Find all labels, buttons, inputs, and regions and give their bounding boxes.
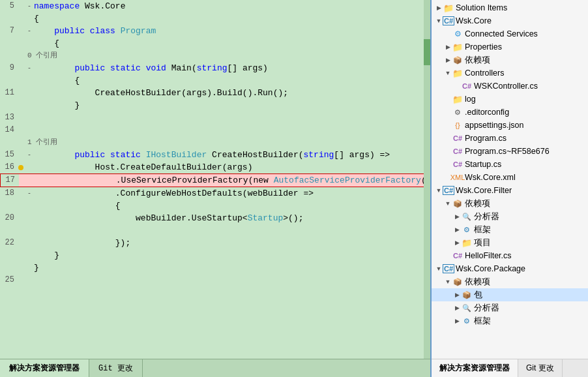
tree-item-label: Wsk.Core <box>456 16 492 25</box>
tree-item-editorconfig[interactable]: ⚙.editorconfig <box>432 106 588 119</box>
code-text <box>34 224 428 237</box>
code-line: 20 webBuilder.UseStartup<Startup>(); <box>0 212 430 224</box>
tree-item-wsk-core[interactable]: C#Wsk.Core <box>432 14 588 27</box>
tree-item-wsk-core-xml[interactable]: XMLWsk.Core.xml <box>432 171 588 184</box>
cs-icon: C# <box>452 133 463 143</box>
solution-tree[interactable]: 📁Solution ItemsC#Wsk.Core⚙Connected Serv… <box>432 0 588 359</box>
expand-button[interactable]: - <box>25 0 34 12</box>
tree-arrow[interactable] <box>434 5 443 11</box>
code-text: public static IHostBuilder CreateHostBui… <box>34 149 428 161</box>
tree-item-wsk-controller[interactable]: C#WSKController.cs <box>432 80 588 93</box>
tree-item-filter-framework[interactable]: ⚙框架 <box>432 223 588 236</box>
tree-arrow[interactable] <box>443 279 452 285</box>
bottom-tab[interactable]: 解决方案资源管理器 <box>0 359 89 377</box>
code-text: }); <box>34 237 428 249</box>
tree-arrow[interactable] <box>452 239 462 246</box>
code-text <box>34 112 428 124</box>
line-number: 15 <box>0 149 18 161</box>
tree-item-label: WSKController.cs <box>474 82 538 91</box>
code-text: } <box>34 249 428 262</box>
dep-icon: 📦 <box>452 55 463 65</box>
code-editor[interactable]: 5-namespace Wsk.Core{7- public class Pro… <box>0 0 430 359</box>
tree-item-filter-analyzer[interactable]: 🔍分析器 <box>432 210 588 223</box>
tree-item-package-pkg[interactable]: 📦包 <box>432 288 588 301</box>
analyzer-icon: 🔍 <box>462 211 472 222</box>
tree-arrow[interactable] <box>443 200 452 207</box>
tree-arrow[interactable] <box>434 187 443 194</box>
tree-item-label: 框架 <box>474 224 491 235</box>
tree-item-hello-filter[interactable]: C#HelloFilter.cs <box>432 249 588 262</box>
solution-footer-tab[interactable]: 解决方案资源管理器 <box>432 359 518 377</box>
tree-item-properties[interactable]: 📁Properties <box>432 40 588 53</box>
framework-icon: ⚙ <box>462 316 472 326</box>
folder-icon: 📁 <box>452 68 463 78</box>
code-line: { <box>0 12 430 25</box>
tree-arrow[interactable] <box>434 265 443 272</box>
dep-icon: 📦 <box>452 277 463 287</box>
tree-item-startup-cs[interactable]: C#Startup.cs <box>432 158 588 171</box>
line-number: 20 <box>0 212 18 224</box>
tree-item-package-dep[interactable]: 📦依赖项 <box>432 275 588 288</box>
code-text: { <box>34 200 428 212</box>
line-number: 5 <box>0 0 18 12</box>
tree-item-dependencies[interactable]: 📦依赖项 <box>432 53 588 67</box>
tree-arrow[interactable] <box>452 213 462 220</box>
code-line: 17 .UseServiceProviderFactory(new Autofa… <box>0 173 430 187</box>
tree-arrow[interactable] <box>452 318 462 324</box>
tree-item-label: Controllers <box>465 68 504 78</box>
tree-item-solution-items[interactable]: 📁Solution Items <box>432 1 588 14</box>
code-text: } <box>34 99 428 112</box>
solution-explorer-panel: 📁Solution ItemsC#Wsk.Core⚙Connected Serv… <box>430 0 588 377</box>
tree-item-package-framework[interactable]: ⚙框架 <box>432 314 588 327</box>
pkg-icon: 📦 <box>462 290 472 300</box>
framework-icon: ⚙ <box>462 224 472 235</box>
tree-arrow[interactable] <box>443 44 452 50</box>
solution-footer-tab[interactable]: Git 更改 <box>518 359 563 377</box>
tree-item-package-analyzer[interactable]: 🔍分析器 <box>432 301 588 314</box>
bottom-tab[interactable]: Git 更改 <box>89 359 143 377</box>
code-line: 7- public class Program <box>0 25 430 37</box>
expand-button[interactable]: - <box>25 149 34 161</box>
code-scrollbar[interactable] <box>424 0 430 359</box>
tree-item-filter-dep[interactable]: 📦依赖项 <box>432 197 588 210</box>
tree-item-label: 依赖项 <box>465 55 490 66</box>
code-line: 14 <box>0 124 430 136</box>
tree-item-controllers[interactable]: 📁Controllers <box>432 67 588 80</box>
folder-icon: 📁 <box>452 94 463 104</box>
tree-item-filter-project[interactable]: 📁项目 <box>432 236 588 249</box>
tree-arrow[interactable] <box>452 226 462 233</box>
code-line: 22 }); <box>0 237 430 249</box>
code-line: { <box>0 74 430 87</box>
code-text: public static void Main(string[] args) <box>34 62 428 74</box>
tree-item-label: Wsk.Core.xml <box>465 173 516 182</box>
tree-item-wsk-core-package[interactable]: C#Wsk.Core.Package <box>432 262 588 275</box>
tree-item-appsettings[interactable]: {}appsettings.json <box>432 119 588 132</box>
expand-button[interactable]: - <box>25 25 34 37</box>
tree-arrow[interactable] <box>443 70 452 76</box>
tree-item-label: appsettings.json <box>465 121 523 130</box>
line-number: 7 <box>0 25 18 37</box>
tree-item-program-cs-rf[interactable]: C#Program.cs~RF58e676 <box>432 145 588 158</box>
code-text: public class Program <box>34 25 428 37</box>
code-scrollbar-thumb[interactable] <box>424 39 430 65</box>
tree-item-program-cs[interactable]: C#Program.cs <box>432 132 588 145</box>
tree-arrow[interactable] <box>443 57 452 63</box>
tree-item-wsk-core-filter[interactable]: C#Wsk.Core.Filter <box>432 184 588 197</box>
cs-icon: C# <box>452 159 463 170</box>
tree-arrow[interactable] <box>452 292 462 298</box>
tree-item-label: .editorconfig <box>465 108 509 117</box>
tree-arrow[interactable] <box>452 305 462 311</box>
tree-item-log[interactable]: 📁log <box>432 93 588 106</box>
cs-icon: C# <box>452 250 463 261</box>
code-line: { <box>0 37 430 50</box>
tree-arrow[interactable] <box>434 18 443 24</box>
tree-item-label: 包 <box>474 290 482 301</box>
tree-item-connected-services[interactable]: ⚙Connected Services <box>432 27 588 40</box>
code-text: { <box>34 12 428 25</box>
expand-button[interactable]: - <box>25 187 34 200</box>
tree-item-label: Connected Services <box>465 29 538 38</box>
expand-button[interactable]: - <box>25 62 34 74</box>
code-line: } <box>0 249 430 262</box>
tree-item-label: 框架 <box>474 316 491 327</box>
tree-item-label: 分析器 <box>474 211 499 222</box>
